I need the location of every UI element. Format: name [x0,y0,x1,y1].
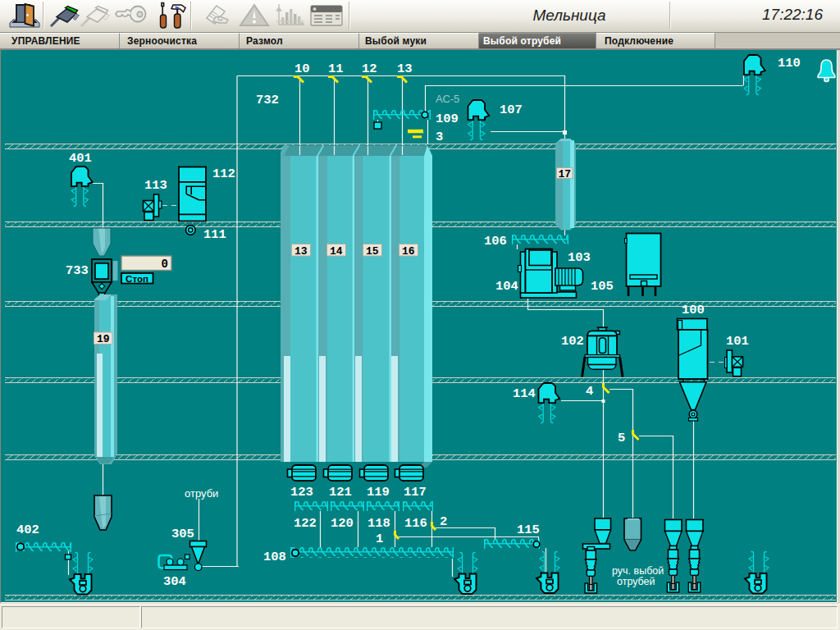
svg-text:102: 102 [561,334,584,349]
svg-text:13: 13 [397,62,413,76]
svg-text:106: 106 [484,234,507,249]
svg-text:116: 116 [404,516,427,531]
svg-text:101: 101 [726,334,749,349]
svg-text:19: 19 [97,333,110,345]
svg-text:123: 123 [290,485,313,500]
svg-text:114: 114 [513,386,536,401]
svg-text:119: 119 [367,485,390,500]
svg-text:104: 104 [495,279,518,294]
svg-text:12: 12 [362,62,377,76]
svg-text:401: 401 [69,151,92,166]
svg-text:304: 304 [163,574,186,589]
svg-text:16: 16 [402,245,415,258]
svg-text:14: 14 [330,245,343,258]
svg-text:121: 121 [329,485,352,500]
svg-text:118: 118 [368,516,390,531]
svg-text:2: 2 [440,514,447,529]
svg-text:Стоп: Стоп [126,274,148,284]
svg-text:10: 10 [294,62,310,76]
svg-text:120: 120 [331,516,354,531]
svg-text:112: 112 [212,167,235,181]
svg-text:5: 5 [618,431,625,445]
svg-text:отрубей: отрубей [617,576,655,587]
svg-text:0: 0 [162,258,168,271]
svg-text:15: 15 [366,245,379,258]
svg-text:3: 3 [436,130,443,144]
svg-text:103: 103 [568,250,591,265]
svg-text:4: 4 [586,384,593,399]
svg-text:117: 117 [404,485,427,500]
svg-text:105: 105 [591,279,614,294]
svg-text:305: 305 [171,527,194,541]
svg-text:107: 107 [500,103,523,117]
svg-text:733: 733 [66,263,89,278]
svg-text:руч. выбой: руч. выбой [612,565,664,577]
svg-text:108: 108 [263,550,286,564]
svg-text:отруби: отруби [185,487,218,500]
svg-text:113: 113 [144,178,167,193]
svg-text:109: 109 [436,112,459,126]
svg-text:732: 732 [256,93,279,107]
svg-text:110: 110 [778,56,801,71]
svg-text:122: 122 [294,516,317,531]
svg-text:100: 100 [682,303,705,317]
svg-text:402: 402 [16,523,39,537]
svg-text:11: 11 [328,62,344,76]
svg-text:1: 1 [376,532,383,546]
svg-text:АС-5: АС-5 [436,93,459,105]
svg-text:115: 115 [517,523,540,537]
svg-text:111: 111 [203,227,226,242]
svg-text:13: 13 [294,245,308,258]
svg-text:17: 17 [559,168,572,180]
